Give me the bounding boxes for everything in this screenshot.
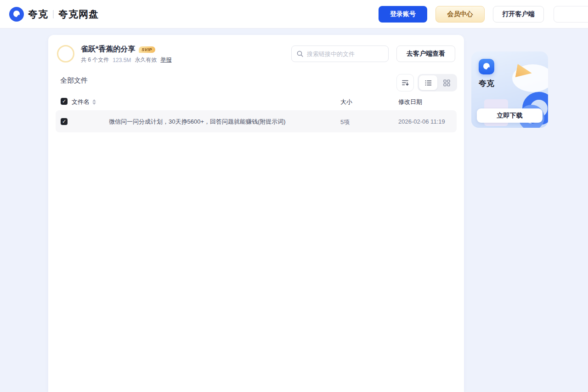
vip-center-button[interactable]: 会员中心 [435, 6, 485, 23]
search-input[interactable] [307, 51, 380, 57]
file-date: 2026-02-06 11:19 [398, 118, 445, 125]
top-header: 夸克 夸克网盘 登录账号 会员中心 打开客户端 [0, 0, 588, 28]
column-header-name[interactable]: 文件名 [72, 98, 96, 106]
all-files-title: 全部文件 [60, 76, 88, 85]
search-box[interactable] [291, 45, 389, 62]
file-row[interactable]: ✓ 微信问一问分成计划，30天挣5600+，回答问题就能赚钱(附提示词) 5项 … [56, 110, 457, 132]
search-icon [296, 50, 304, 57]
list-view-button[interactable] [419, 75, 437, 90]
view-mode-toggle [418, 74, 457, 91]
select-all-checkbox[interactable]: ✓ [61, 98, 68, 105]
grid-view-button[interactable] [437, 75, 456, 90]
list-view-icon [424, 79, 432, 87]
file-size: 5项 [340, 118, 350, 126]
download-now-button[interactable]: 立即下载 [477, 108, 543, 123]
brand-area[interactable]: 夸克 夸克网盘 [9, 7, 99, 22]
promo-app-name: 夸克 [479, 78, 494, 89]
open-client-button[interactable]: 打开客户端 [493, 6, 544, 23]
share-total-size: 123.5M [113, 57, 131, 63]
grid-view-icon [443, 79, 451, 87]
column-header-size: 大小 [340, 98, 352, 106]
column-header-date: 修改日期 [398, 98, 422, 106]
brand-divider [53, 10, 54, 18]
name-sort-arrows-icon[interactable] [92, 99, 96, 105]
brand-name: 夸克 [28, 8, 48, 21]
share-meta: 共 6 个文件 123.5M 永久有效 举报 [81, 56, 171, 64]
login-button[interactable]: 登录账号 [379, 6, 427, 23]
sharer-avatar [57, 45, 74, 62]
sort-icon [401, 79, 409, 87]
share-file-count: 共 6 个文件 [81, 56, 109, 64]
go-client-button[interactable]: 去客户端查看 [396, 45, 455, 62]
blank-button[interactable] [554, 6, 588, 23]
share-title: 雀跃*香蕉的分享 [81, 45, 135, 54]
report-link[interactable]: 举报 [160, 56, 171, 64]
share-content-card: 雀跃*香蕉的分享 SVIP 共 6 个文件 123.5M 永久有效 举报 去客户… [48, 35, 464, 392]
sort-order-button[interactable] [396, 74, 414, 91]
file-table-header: ✓ 文件名 大小 修改日期 [48, 95, 464, 110]
column-name-label: 文件名 [72, 98, 90, 106]
app-download-card[interactable]: 夸克 立即下载 [471, 51, 548, 128]
svip-badge: SVIP [139, 46, 155, 53]
quark-app-icon [479, 59, 494, 74]
row-checkbox[interactable]: ✓ [61, 118, 68, 125]
product-name: 夸克网盘 [58, 8, 99, 21]
quark-logo-icon [9, 7, 24, 22]
file-name[interactable]: 微信问一问分成计划，30天挣5600+，回答问题就能赚钱(附提示词) [109, 118, 329, 126]
share-validity: 永久有效 [135, 56, 157, 64]
